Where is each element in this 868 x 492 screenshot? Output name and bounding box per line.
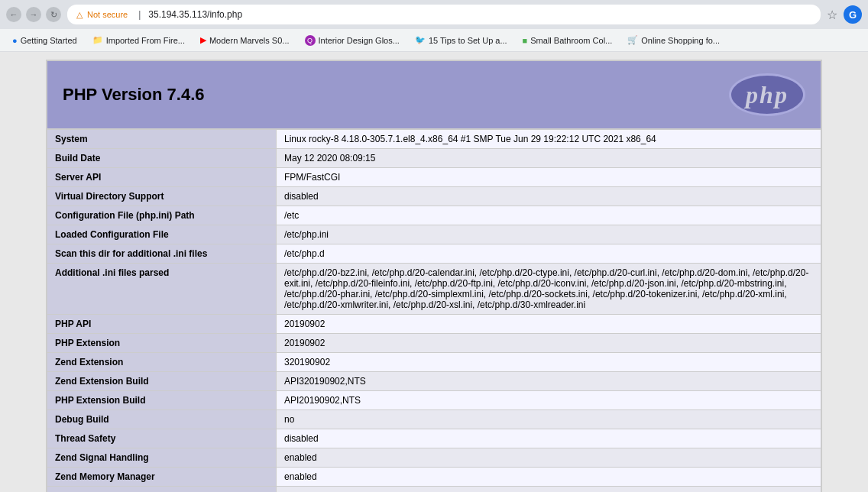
table-row: PHP Extension20190902 <box>47 334 821 353</box>
table-row: Debug Buildno <box>47 410 821 429</box>
row-label: Zend Memory Manager <box>47 468 277 487</box>
back-button[interactable]: ← <box>6 7 21 22</box>
row-label: Server API <box>47 168 277 187</box>
row-label: Thread Safety <box>47 429 277 448</box>
row-value: disabled <box>277 429 821 448</box>
bookmark-star-icon[interactable]: ☆ <box>827 8 837 22</box>
interior-design-icon: Q <box>305 35 316 46</box>
php-logo-text: php <box>746 81 789 109</box>
bookmark-label: Imported From Fire... <box>106 36 185 45</box>
row-label: PHP Extension Build <box>47 391 277 410</box>
table-row: Zend Signal Handlingenabled <box>47 448 821 468</box>
bookmark-getting-started[interactable]: ● Getting Started <box>6 34 83 47</box>
bookmark-interior-design[interactable]: Q Interior Design Glos... <box>299 33 406 48</box>
php-header: PHP Version 7.4.6 php <box>47 60 821 129</box>
row-label: System <box>47 130 277 149</box>
bookmarks-bar: ● Getting Started 📁 Imported From Fire..… <box>0 29 868 52</box>
row-value: no <box>277 410 821 429</box>
row-value: API320190902,NTS <box>277 372 821 391</box>
table-row: Loaded Configuration File/etc/php.ini <box>47 225 821 244</box>
row-label: PHP Extension <box>47 334 277 353</box>
row-value: FPM/FastCGI <box>277 168 821 187</box>
row-value: May 12 2020 08:09:15 <box>277 149 821 168</box>
not-secure-label: Not secure <box>87 10 128 19</box>
bookmark-label: Small Bathroom Col... <box>530 36 612 45</box>
bookmark-label: Online Shopping fo... <box>641 36 720 45</box>
bookmark-modern-marvels[interactable]: ▶ Modern Marvels S0... <box>194 33 296 47</box>
address-bar: ← → ↻ △ Not secure | 35.194.35.113/info.… <box>0 0 868 29</box>
row-value: /etc/php.d/20-bz2.ini, /etc/php.d/20-cal… <box>277 264 821 315</box>
url-text: 35.194.35.113/info.php <box>148 9 242 20</box>
table-row: PHP API20190902 <box>47 315 821 334</box>
nav-buttons: ← → ↻ <box>6 7 61 22</box>
table-row: Virtual Directory Supportdisabled <box>47 187 821 206</box>
address-input[interactable]: △ Not secure | 35.194.35.113/info.php <box>67 5 821 24</box>
bookmark-tips[interactable]: 🐦 15 Tips to Set Up a... <box>409 33 513 47</box>
table-row: Configuration File (php.ini) Path/etc <box>47 206 821 225</box>
table-row: Zend Memory Managerenabled <box>47 468 821 487</box>
row-label: Zend Extension <box>47 353 277 372</box>
google-account-icon[interactable]: G <box>844 5 862 24</box>
row-value: provided by mbstring <box>277 487 821 493</box>
shopping-icon: 🛒 <box>627 35 638 45</box>
row-value: Linux rocky-8 4.18.0-305.7.1.el8_4.x86_6… <box>277 130 821 149</box>
row-value: /etc/php.ini <box>277 225 821 244</box>
divider: | <box>138 9 141 20</box>
imported-icon: 📁 <box>92 35 103 45</box>
row-label: PHP API <box>47 315 277 334</box>
bookmark-label: Interior Design Glos... <box>319 36 400 45</box>
twitter-icon: 🐦 <box>415 35 426 45</box>
row-value: enabled <box>277 448 821 468</box>
page-wrapper: PHP Version 7.4.6 php SystemLinux rocky-… <box>0 52 868 492</box>
php-version-title: PHP Version 7.4.6 <box>63 85 204 105</box>
bookmark-shopping[interactable]: 🛒 Online Shopping fo... <box>621 33 726 47</box>
row-label: Zend Multibyte Support <box>47 487 277 493</box>
table-row: Additional .ini files parsed/etc/php.d/2… <box>47 264 821 315</box>
youtube-icon: ▶ <box>200 35 206 45</box>
row-value: 20190902 <box>277 315 821 334</box>
houzz-icon: ■ <box>523 36 528 45</box>
table-row: Scan this dir for additional .ini files/… <box>47 244 821 264</box>
row-value: disabled <box>277 187 821 206</box>
table-row: SystemLinux rocky-8 4.18.0-305.7.1.el8_4… <box>47 130 821 149</box>
row-value: 20190902 <box>277 334 821 353</box>
refresh-button[interactable]: ↻ <box>46 7 61 22</box>
security-warning-icon: △ <box>76 10 83 20</box>
row-value: API20190902,NTS <box>277 391 821 410</box>
getting-started-icon: ● <box>12 36 18 45</box>
forward-button[interactable]: → <box>26 7 41 22</box>
table-row: Zend Multibyte Supportprovided by mbstri… <box>47 487 821 493</box>
row-value: /etc <box>277 206 821 225</box>
row-label: Build Date <box>47 149 277 168</box>
php-info-table: SystemLinux rocky-8 4.18.0-305.7.1.el8_4… <box>47 129 821 492</box>
row-label: Zend Extension Build <box>47 372 277 391</box>
row-label: Virtual Directory Support <box>47 187 277 206</box>
table-row: Server APIFPM/FastCGI <box>47 168 821 187</box>
bookmark-imported[interactable]: 📁 Imported From Fire... <box>86 33 191 47</box>
page-content: PHP Version 7.4.6 php SystemLinux rocky-… <box>46 60 822 492</box>
row-value: 320190902 <box>277 353 821 372</box>
bookmark-bathroom[interactable]: ■ Small Bathroom Col... <box>517 34 619 47</box>
row-label: Scan this dir for additional .ini files <box>47 244 277 264</box>
bookmark-label: Getting Started <box>21 36 77 45</box>
row-label: Additional .ini files parsed <box>47 264 277 315</box>
row-label: Zend Signal Handling <box>47 448 277 468</box>
table-row: Build DateMay 12 2020 08:09:15 <box>47 149 821 168</box>
bookmark-label: Modern Marvels S0... <box>209 36 290 45</box>
table-row: Zend Extension BuildAPI320190902,NTS <box>47 372 821 391</box>
table-row: Zend Extension320190902 <box>47 353 821 372</box>
browser-chrome: ← → ↻ △ Not secure | 35.194.35.113/info.… <box>0 0 868 52</box>
table-row: Thread Safetydisabled <box>47 429 821 448</box>
row-label: Loaded Configuration File <box>47 225 277 244</box>
bookmark-label: 15 Tips to Set Up a... <box>429 36 507 45</box>
row-label: Debug Build <box>47 410 277 429</box>
row-value: enabled <box>277 468 821 487</box>
row-value: /etc/php.d <box>277 244 821 264</box>
table-row: PHP Extension BuildAPI20190902,NTS <box>47 391 821 410</box>
row-label: Configuration File (php.ini) Path <box>47 206 277 225</box>
php-logo: php <box>729 73 805 116</box>
